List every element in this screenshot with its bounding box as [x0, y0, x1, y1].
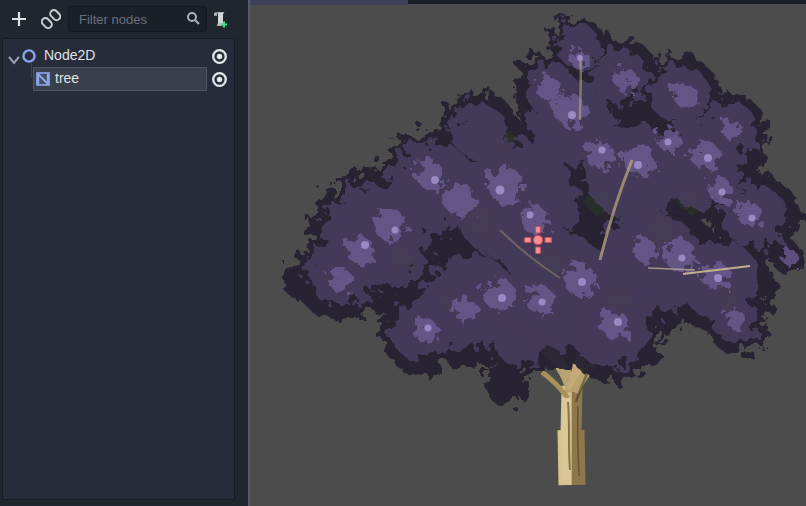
node-name-label: tree [55, 70, 79, 86]
filter-nodes-field [68, 6, 207, 32]
tree-row-node2d[interactable]: Node2D [3, 44, 234, 68]
scene-tree-panel: Node2D [2, 38, 235, 500]
plus-icon [10, 10, 28, 28]
godot-editor: Node2D [0, 0, 806, 506]
eye-icon [211, 53, 228, 68]
instance-scene-button[interactable] [37, 5, 65, 33]
scene-dock: Node2D [0, 0, 250, 506]
scene-dock-toolbar [0, 0, 250, 38]
canvas-viewport[interactable] [250, 0, 806, 506]
visibility-toggle-tree[interactable] [211, 71, 228, 88]
chain-link-icon [41, 9, 61, 29]
visibility-toggle-node2d[interactable] [211, 48, 228, 65]
tree-row-tree[interactable]: tree [3, 67, 234, 91]
add-node-button[interactable] [5, 5, 33, 33]
eye-icon [211, 76, 228, 91]
filter-nodes-input[interactable] [68, 6, 207, 32]
sprite-icon [35, 71, 51, 91]
attach-script-button[interactable] [206, 5, 234, 33]
tree-sprite [250, 0, 806, 506]
attach-script-icon [210, 9, 230, 29]
node2d-icon [21, 48, 37, 68]
node-name-label: Node2D [44, 47, 95, 63]
